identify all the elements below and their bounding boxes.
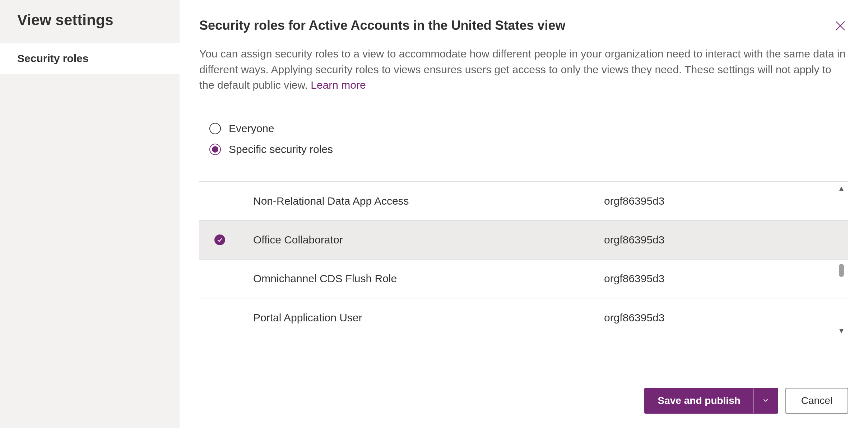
radio-icon-selected xyxy=(209,144,221,155)
footer-actions: Save and publish Cancel xyxy=(199,366,848,414)
radio-label: Everyone xyxy=(229,122,274,135)
table-row[interactable]: Omnichannel CDS Flush Role orgf86395d3 xyxy=(199,260,848,298)
save-publish-split-button: Save and publish xyxy=(644,388,778,414)
radio-dot-icon xyxy=(212,146,218,153)
scope-radio-group: Everyone Specific security roles xyxy=(199,118,848,181)
table-row[interactable]: Non-Relational Data App Access orgf86395… xyxy=(199,182,848,221)
role-org: orgf86395d3 xyxy=(604,273,848,285)
role-name: Omnichannel CDS Flush Role xyxy=(253,273,604,285)
checkmark-icon xyxy=(214,234,225,245)
radio-specific-security-roles[interactable]: Specific security roles xyxy=(209,139,848,160)
radio-label: Specific security roles xyxy=(229,143,333,155)
row-check-cell[interactable] xyxy=(199,234,253,245)
role-org: orgf86395d3 xyxy=(604,195,848,207)
scrollbar[interactable]: ▲ ▼ xyxy=(837,182,846,337)
table-row[interactable]: Portal Application User orgf86395d3 xyxy=(199,298,848,337)
radio-icon xyxy=(209,123,221,134)
description-text: You can assign security roles to a view … xyxy=(199,46,848,118)
role-name: Portal Application User xyxy=(253,312,604,324)
chevron-down-icon xyxy=(762,396,770,405)
close-icon xyxy=(834,27,847,33)
scroll-down-icon[interactable]: ▼ xyxy=(838,327,845,335)
learn-more-link[interactable]: Learn more xyxy=(311,79,366,91)
sidebar: View settings Security roles xyxy=(0,0,180,428)
sidebar-item-security-roles[interactable]: Security roles xyxy=(0,43,180,75)
radio-everyone[interactable]: Everyone xyxy=(209,118,848,139)
role-org: orgf86395d3 xyxy=(604,312,848,324)
cancel-button[interactable]: Cancel xyxy=(785,388,848,414)
roles-table: Non-Relational Data App Access orgf86395… xyxy=(199,181,848,337)
sidebar-title: View settings xyxy=(0,0,180,43)
page-title: Security roles for Active Accounts in th… xyxy=(199,18,566,46)
sidebar-item-label: Security roles xyxy=(17,52,88,64)
role-org: orgf86395d3 xyxy=(604,234,848,246)
role-name: Office Collaborator xyxy=(253,234,604,246)
save-publish-dropdown-button[interactable] xyxy=(753,389,778,413)
main-panel: Security roles for Active Accounts in th… xyxy=(180,0,868,428)
table-row[interactable]: Office Collaborator orgf86395d3 xyxy=(199,221,848,260)
close-button[interactable] xyxy=(832,18,848,35)
role-name: Non-Relational Data App Access xyxy=(253,195,604,207)
scroll-thumb[interactable] xyxy=(839,264,844,277)
scroll-up-icon[interactable]: ▲ xyxy=(838,184,845,192)
save-publish-button[interactable]: Save and publish xyxy=(645,389,753,413)
description-body: You can assign security roles to a view … xyxy=(199,48,845,91)
